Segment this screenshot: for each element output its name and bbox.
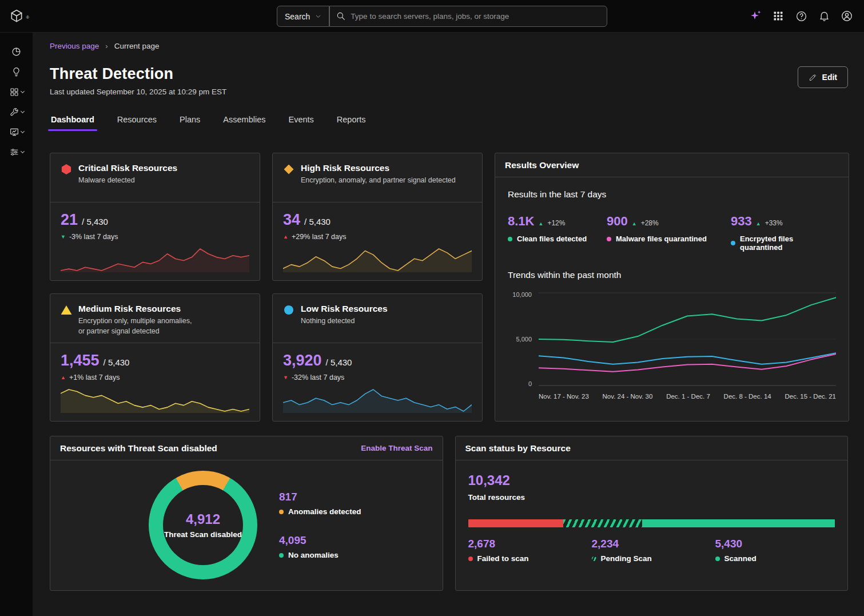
app-logo[interactable]: ® — [0, 9, 33, 23]
y-tick: 5,000 — [516, 336, 532, 343]
critical-risk-card: Critical Risk Resources Malware detected… — [50, 153, 260, 281]
legend-item-scanned: 5,430 Scanned — [715, 538, 835, 563]
stat-malware-files: 900 ▲ +28% Malware files quarantined — [607, 214, 731, 252]
trend-arrow-icon: ▲ — [632, 221, 637, 226]
help-icon[interactable] — [791, 6, 811, 26]
stat-value: 8.1K — [508, 214, 534, 229]
tab-events[interactable]: Events — [287, 115, 314, 131]
section-title-trends: Trends within the past month — [508, 270, 836, 280]
breadcrumb-previous-link[interactable]: Previous page — [50, 42, 99, 50]
stat-delta: +28% — [641, 219, 659, 227]
main-content: Previous page › Current page Threat Dete… — [33, 33, 864, 616]
card-subtitle: Encryption, anomaly, and partner signal … — [301, 176, 456, 185]
tab-assemblies[interactable]: Assemblies — [222, 115, 266, 131]
trend-text: -32% last 7 days — [292, 373, 344, 381]
legend-label: Anomalies detected — [288, 507, 361, 516]
stat-label: Clean files detected — [517, 235, 587, 243]
top-bar: ® Search — [0, 0, 864, 33]
total-resources-value: 10,342 — [468, 472, 835, 488]
card-title: Medium Risk Resources — [78, 304, 192, 314]
y-tick: 10,000 — [512, 291, 532, 298]
breadcrumb: Previous page › Current page — [50, 42, 848, 50]
user-avatar-icon[interactable] — [837, 6, 857, 26]
stat-label: Encrpyted files quarantined — [740, 235, 836, 252]
app-root: ® Search — [0, 0, 864, 616]
page-tabs: Dashboard Resources Plans Assemblies Eve… — [50, 115, 848, 131]
trend-arrow-icon: ▲ — [61, 375, 66, 380]
legend-label: Pending Scan — [601, 554, 652, 563]
trend-arrow-icon: ▲ — [756, 221, 761, 226]
legend-value: 5,430 — [715, 538, 835, 550]
last-updated-text: Last updated September 10, 2025 at 10:29… — [50, 88, 226, 96]
sparkline-chart — [61, 388, 249, 413]
card-title: Resources with Threat Scan disabled — [60, 443, 217, 454]
monitor-chart-icon[interactable] — [4, 124, 29, 140]
stat-encrypted-files: 933 ▲ +33% Encrpyted files quarantined — [731, 214, 836, 252]
scan-bar-segment-3 — [642, 519, 835, 527]
stat-delta: +12% — [547, 219, 565, 227]
section-title-last-7-days: Results in the last 7 days — [508, 189, 836, 200]
apps-icon[interactable] — [4, 84, 29, 100]
medium-risk-card: Medium Risk Resources Encryption only, m… — [50, 293, 260, 422]
trends-chart: 10,000 5,000 0 — [508, 291, 836, 387]
pie-chart-icon[interactable] — [4, 44, 29, 59]
results-stats: 8.1K ▲ +12% Clean files detected — [508, 214, 836, 252]
lightbulb-icon[interactable] — [4, 64, 29, 80]
x-axis-labels: Nov. 17 - Nov. 23 Nov. 24 - Nov. 30 Dec.… — [539, 393, 836, 400]
low-risk-card: Low Risk Resources Nothing detected 3,92… — [272, 293, 483, 422]
card-title: Scan status by Resource — [465, 443, 571, 454]
legend-item-anomalies: 817 Anomalies detected — [279, 491, 361, 516]
x-tick: Dec. 8 - Dec. 14 — [724, 393, 771, 400]
search-scope-dropdown[interactable]: Search — [277, 6, 329, 27]
legend-value: 2,234 — [592, 538, 715, 550]
trend-text: +1% last 7 days — [69, 373, 120, 381]
stat-delta: +33% — [765, 219, 783, 227]
search-input[interactable] — [329, 6, 607, 27]
edit-button[interactable]: Edit — [798, 66, 848, 88]
x-tick: Nov. 24 - Nov. 30 — [603, 393, 653, 400]
scan-status-stacked-bar — [468, 519, 835, 527]
card-title: High Risk Resources — [301, 163, 456, 173]
panel-title: Results Overview — [505, 160, 579, 170]
global-search: Search — [277, 6, 607, 27]
stat-clean-files: 8.1K ▲ +12% Clean files detected — [508, 214, 607, 252]
apps-grid-icon[interactable] — [768, 6, 789, 26]
legend-dot — [279, 553, 284, 558]
legend-label: Failed to scan — [477, 554, 529, 563]
sparkline-chart — [283, 247, 472, 272]
tab-resources[interactable]: Resources — [116, 115, 158, 131]
chevron-down-icon — [20, 89, 24, 93]
enable-threat-scan-link[interactable]: Enable Threat Scan — [361, 444, 432, 452]
metric-value: 1,455 — [61, 352, 99, 369]
sparkle-icon[interactable] — [745, 6, 766, 26]
x-tick: Dec. 1 - Dec. 7 — [666, 393, 710, 400]
card-subtitle: Nothing detected — [301, 316, 388, 326]
tab-plans[interactable]: Plans — [178, 115, 201, 131]
notifications-icon[interactable] — [814, 6, 834, 26]
sliders-icon[interactable] — [4, 144, 29, 160]
trend-arrow-icon: ▼ — [61, 235, 66, 240]
metric-denominator: / 5,430 — [103, 357, 130, 367]
tab-reports[interactable]: Reports — [336, 115, 367, 131]
legend-value: 2,678 — [468, 538, 592, 550]
scan-bar-segment-2 — [563, 519, 643, 527]
page-title: Threat Detection — [50, 65, 226, 83]
trend-arrow-icon: ▲ — [283, 235, 288, 240]
stat-value: 900 — [607, 214, 628, 229]
x-tick: Nov. 17 - Nov. 23 — [539, 393, 589, 400]
donut-center-label: Threat Scan disabled — [164, 530, 242, 539]
hexagon-icon — [61, 164, 71, 174]
threat-scan-disabled-card: Resources with Threat Scan disabled Enab… — [50, 436, 443, 591]
legend-dot — [468, 557, 473, 561]
sparkline-chart — [283, 388, 472, 413]
tab-dashboard[interactable]: Dashboard — [50, 115, 95, 131]
left-nav — [0, 33, 33, 616]
metric-value: 21 — [61, 211, 78, 229]
trend-text: +29% last 7 days — [292, 233, 347, 241]
wrench-icon[interactable] — [4, 104, 29, 120]
card-title: Critical Risk Resources — [78, 163, 177, 173]
y-axis-labels: 10,000 5,000 0 — [508, 291, 532, 387]
breadcrumb-separator: › — [105, 42, 107, 50]
legend-dot — [508, 237, 512, 241]
legend-dot-hatched — [592, 557, 596, 561]
